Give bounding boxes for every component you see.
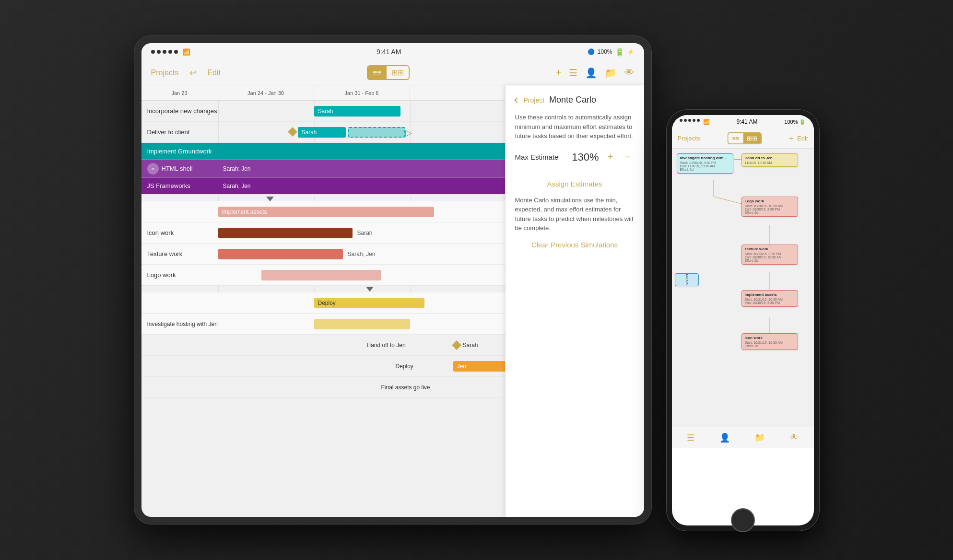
connector-1 [734,159,741,160]
bar-incorporate: Sarah [314,106,400,117]
iphone-home-button[interactable] [731,508,755,532]
bar-texture [218,249,343,259]
folder-button[interactable]: 📁 [605,67,617,79]
eye-button[interactable]: 👁 [624,67,634,78]
bar-deploy1: Deploy [314,298,424,308]
gantt-area: Jan 23 Jan 24 - Jan 30 Jan 31 - Feb 6 [141,85,644,517]
status-right: 🔵 100% 🔋 ⚡ [588,47,635,57]
iphone-battery: 100% 🔋 [784,119,806,125]
iphone-bottom-list-icon[interactable]: ☰ [687,432,694,443]
toolbar-right: + ☰ 👤 📁 👁 [556,67,635,79]
iphone-bottom-folder-icon[interactable]: 📁 [754,432,765,443]
panel-description: Use these controls to automatically assi… [515,113,635,141]
estimate-value: 130% [572,151,599,163]
row-label-groundwork: Implement Groundwork [141,148,218,155]
toolbar-left: Projects ↩ Edit [151,66,221,80]
iphone-bottom-user-icon[interactable]: 👤 [719,432,730,443]
iphone-toolbar: Projects ≡≡ ⊞⊞ + Edit [672,128,814,149]
ipad-device: 📶 9:41 AM 🔵 100% 🔋 ⚡ Projects ↩ Edit [134,35,652,525]
view-toggle: ≡≡ ⊞⊞ [367,65,410,80]
node-icon[interactable]: Icon work Start: 10/21/15, 10:30 AM Effo… [741,333,798,350]
filter-button[interactable]: ☰ [569,67,577,79]
mc-description: Monte Carlo simulations use the min, exp… [515,196,635,233]
iphone-status-dots: 📶 [680,119,710,125]
iphone-add-button[interactable]: + [789,134,793,143]
iphone-bottom-bar: ☰ 👤 📁 👁 [672,427,814,448]
connection-lines [672,149,814,427]
arrow-deploy [366,287,374,292]
monte-carlo-panel: Project Monte Carlo Use these controls t… [505,85,644,517]
iphone-list-view[interactable]: ≡≡ [728,133,743,144]
node-assets[interactable]: Implement assets Start: 10/21/15, 10:30 … [741,290,798,307]
iphone-time: 9:41 AM [736,118,757,125]
row-label-investigate: Investigate hosting with Jen [141,321,218,327]
node-handoff[interactable]: Hand off to Jen 11/4/15, 10:30 AM [741,153,798,167]
date-col-3: Jan 31 - Feb 6 [314,85,410,100]
estimate-label: Max Estimate [515,153,559,161]
row-label-html: « HTML shell [141,163,218,175]
iphone-bottom-eye-icon[interactable]: 👁 [790,432,799,443]
panel-title: Monte Carlo [549,95,596,105]
node-logo[interactable]: Logo work Start: 10/28/15, 10:30 AM End:… [741,197,798,217]
ipad-status-bar: 📶 9:41 AM 🔵 100% 🔋 ⚡ [141,43,644,60]
node-round[interactable]: Round [675,273,699,286]
add-button[interactable]: + [556,67,562,78]
status-time: 9:41 AM [376,48,401,56]
iphone-grid-view[interactable]: ⊞⊞ [743,133,761,144]
node-investigate[interactable]: Investigate hosting with... Start: 10/30… [677,153,733,174]
back-chevron-icon [514,97,519,103]
estimate-controls: + − [604,151,635,164]
row-label-deliver: Deliver to client [141,128,218,136]
bar-icon [218,228,353,238]
milestone-deliver [288,127,297,137]
assign-estimates-button[interactable]: Assign Estimates [515,180,635,188]
iphone-network-view: Investigate hosting with... Start: 10/30… [672,149,814,427]
arrow-assets [266,197,274,201]
row-label-js: JS Frameworks [141,182,218,189]
panel-estimate-row: Max Estimate 130% + − [515,151,635,172]
bar-investigate [314,319,410,329]
ipad-screen: 📶 9:41 AM 🔵 100% 🔋 ⚡ Projects ↩ Edit [141,43,644,517]
row-label-incorporate: Incorporate new changes [141,107,218,115]
user-button[interactable]: 👤 [585,67,597,79]
ipad-toolbar: Projects ↩ Edit ≡≡ ⊞⊞ + ☰ 👤 📁 👁 [141,60,644,85]
battery-text: 100% [598,48,612,55]
milestone-handoff [452,340,461,350]
estimate-minus-button[interactable]: − [621,151,635,164]
iphone-edit-button[interactable]: Edit [797,135,808,142]
panel-nav: Project Monte Carlo [515,95,635,105]
iphone-status-bar: 📶 9:41 AM 100% 🔋 [672,115,814,128]
row-label-logo: Logo work [141,271,218,279]
bar-teal-ghost [348,127,405,138]
bar-assets-bg: Implement assets [218,207,434,217]
iphone-projects-button[interactable]: Projects [678,135,700,142]
iphone-device: 📶 9:41 AM 100% 🔋 Projects ≡≡ ⊞⊞ + Edit [666,109,820,531]
undo-button[interactable]: ↩ [186,66,200,80]
estimate-plus-button[interactable]: + [604,151,617,164]
panel-back-label: Project [524,96,545,104]
edit-button[interactable]: Edit [207,69,221,77]
toolbar-center: ≡≡ ⊞⊞ [367,65,410,80]
bar-logo [261,270,381,280]
scene: 📶 9:41 AM 🔵 100% 🔋 ⚡ Projects ↩ Edit [0,0,953,560]
svg-line-1 [714,197,741,204]
gantt-view-button[interactable]: ≡≡ [368,66,387,79]
row-label-texture: Texture work [141,250,218,257]
battery-icon: 🔋 [615,47,624,57]
grid-view-button[interactable]: ⊞⊞ [387,66,409,79]
bluetooth-icon: 🔵 [588,48,595,55]
date-col-1: Jan 23 [141,85,218,100]
bar-sarah: Sarah [298,127,346,138]
iphone-view-toggle: ≡≡ ⊞⊞ [728,132,762,144]
iphone-screen: 📶 9:41 AM 100% 🔋 Projects ≡≡ ⊞⊞ + Edit [672,115,814,525]
panel-back-button[interactable]: Project [515,96,545,104]
projects-button[interactable]: Projects [151,69,179,77]
node-texture[interactable]: Texture work Start: 10/23/15, 3:30 PM En… [741,245,798,265]
row-label-icon: Icon work [141,229,218,236]
date-col-2: Jan 24 - Jan 30 [218,85,314,100]
status-dots: 📶 [151,48,190,56]
clear-simulations-button[interactable]: Clear Previous Simulations [515,241,635,249]
